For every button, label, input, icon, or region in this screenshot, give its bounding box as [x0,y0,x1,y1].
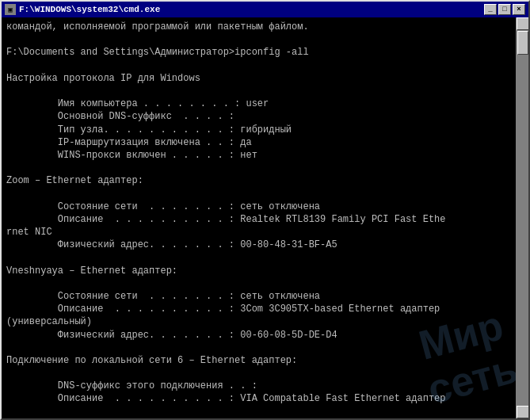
scroll-down-button[interactable]: ▼ [517,406,528,418]
cmd-window: ▣ F:\WINDOWS\system32\cmd.exe _ □ × кома… [0,0,530,420]
minimize-button[interactable]: _ [484,4,497,15]
scrollbar-track [517,30,528,406]
scrollbar[interactable]: ▲ ▼ [516,17,528,418]
titlebar-left: ▣ F:\WINDOWS\system32\cmd.exe [5,4,160,15]
terminal-content: командой, исполняемой программой или пак… [2,17,528,418]
titlebar-buttons: _ □ × [484,4,525,15]
scrollbar-thumb[interactable] [517,31,528,55]
titlebar: ▣ F:\WINDOWS\system32\cmd.exe _ □ × [2,2,528,17]
restore-button[interactable]: □ [498,4,511,15]
window-icon: ▣ [5,4,16,15]
scroll-up-button[interactable]: ▲ [517,17,528,30]
window-title: F:\WINDOWS\system32\cmd.exe [19,5,160,14]
terminal-text: командой, исполняемой программой или пак… [6,21,524,418]
close-button[interactable]: × [513,4,525,15]
